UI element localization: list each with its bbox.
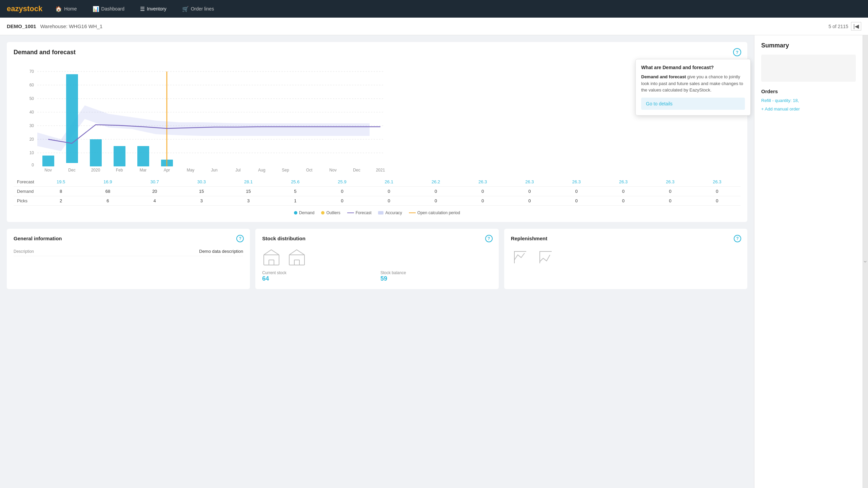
svg-text:0: 0: [32, 163, 34, 167]
nav-dashboard-label: Dashboard: [101, 6, 125, 12]
svg-rect-20: [137, 146, 149, 166]
demand-label: Demand: [14, 187, 38, 196]
forecast-row: Forecast 19.5 16.9 30.7 30.3 28.1 25.6 2…: [14, 177, 741, 187]
summary-content-placeholder: [761, 55, 856, 82]
svg-text:70: 70: [29, 69, 34, 74]
picks-sep: 0: [506, 196, 553, 206]
forecast-sep: 26.3: [506, 177, 553, 187]
replenishment-icon-2: [536, 248, 555, 268]
demand-may: 0: [319, 187, 366, 196]
demand-dec: 68: [84, 187, 131, 196]
first-page-button[interactable]: |◀: [851, 22, 861, 30]
svg-text:2020: 2020: [91, 168, 100, 172]
nav-inventory-label: Inventory: [147, 6, 166, 12]
forecast-nov2: 26.3: [600, 177, 647, 187]
stock-help-icon[interactable]: ?: [485, 235, 493, 242]
svg-rect-18: [90, 139, 102, 166]
svg-text:Jun: Jun: [211, 168, 217, 172]
svg-rect-19: [114, 146, 125, 166]
current-stock-value: 64: [262, 275, 374, 282]
picks-nov: 2: [38, 196, 84, 206]
warehouse-label: Warehouse: WHG16 WH_1: [40, 23, 103, 29]
outliers-legend-dot: [321, 211, 324, 215]
add-manual-link[interactable]: + Add manual order: [761, 106, 856, 111]
stock-icons-row: [262, 248, 492, 268]
picks-apr: 1: [272, 196, 319, 206]
chart-container: 70 60 50 40 30 20 10 0: [14, 61, 741, 173]
right-edge-handle[interactable]: ›: [863, 35, 868, 488]
demand-apr: 5: [272, 187, 319, 196]
main-layout: Demand and forecast ? What are Demand an…: [0, 35, 868, 488]
demand-mar: 15: [225, 187, 272, 196]
demand-forecast-chart: 70 60 50 40 30 20 10 0: [14, 61, 387, 173]
logo: eazystock: [7, 4, 42, 13]
navbar: eazystock 🏠 Home 📊 Dashboard ☰ Inventory…: [0, 0, 868, 18]
svg-text:Feb: Feb: [116, 168, 123, 172]
orders-title: Orders: [761, 88, 856, 94]
picks-nov2: 0: [600, 196, 647, 206]
legend-forecast: Forecast: [347, 210, 372, 215]
picks-mar: 3: [225, 196, 272, 206]
picks-oct: 0: [553, 196, 600, 206]
nav-inventory[interactable]: ☰ Inventory: [137, 4, 169, 14]
chart-help-icon[interactable]: ?: [733, 48, 741, 56]
replenishment-help-icon[interactable]: ?: [734, 235, 741, 242]
forecast-dec2: 26.3: [647, 177, 693, 187]
nav-orderlines[interactable]: 🛒 Order lines: [179, 4, 217, 14]
forecast-legend-line: [347, 212, 354, 213]
open-calc-legend-line: [409, 212, 416, 213]
picks-may: 0: [319, 196, 366, 206]
left-content: Demand and forecast ? What are Demand an…: [0, 35, 754, 488]
breadcrumb-left: DEMO_1001 Warehouse: WHG16 WH_1: [7, 23, 102, 29]
svg-text:Aug: Aug: [258, 168, 265, 172]
home-icon: 🏠: [55, 6, 62, 12]
refill-link[interactable]: Refill - quantity: 18,: [761, 98, 856, 103]
forecast-dec: 16.9: [84, 177, 131, 187]
stock-distribution-title: Stock distribution: [262, 236, 492, 241]
forecast-feb: 30.3: [178, 177, 225, 187]
tooltip-goto-link[interactable]: Go to details: [641, 98, 745, 110]
demand-jul: 0: [412, 187, 459, 196]
svg-text:50: 50: [29, 96, 34, 101]
refill-anchor[interactable]: Refill - quantity: 18,: [761, 98, 799, 103]
dashboard-icon: 📊: [93, 6, 99, 12]
legend-outliers: Outliers: [321, 210, 340, 215]
orderlines-icon: 🛒: [182, 6, 189, 12]
demand-legend-label: Demand: [299, 210, 314, 215]
svg-rect-17: [66, 74, 78, 163]
right-panel: Summary Orders Refill - quantity: 18, + …: [754, 35, 863, 488]
forecast-jun: 26.1: [366, 177, 412, 187]
picks-jul: 0: [412, 196, 459, 206]
forecast-oct: 26.3: [553, 177, 600, 187]
demand-jun: 0: [366, 187, 412, 196]
accuracy-legend-dot: [378, 211, 383, 215]
nav-home[interactable]: 🏠 Home: [53, 4, 79, 14]
picks-aug: 0: [459, 196, 506, 206]
legend-open-calc: Open calculation period: [409, 210, 460, 215]
item-id: DEMO_1001: [7, 23, 36, 29]
breadcrumb-right: 5 of 2115 |◀: [828, 22, 861, 30]
nav-dashboard[interactable]: 📊 Dashboard: [90, 4, 127, 14]
add-manual-text[interactable]: + Add manual order: [761, 106, 856, 111]
forecast-aug: 26.3: [459, 177, 506, 187]
inventory-icon: ☰: [140, 6, 145, 12]
svg-text:30: 30: [29, 123, 34, 128]
demand-row: Demand 8 68 20 15 15 5 0 0 0 0 0 0 0: [14, 187, 741, 196]
data-table: Forecast 19.5 16.9 30.7 30.3 28.1 25.6 2…: [14, 177, 741, 206]
forecast-mar: 28.1: [225, 177, 272, 187]
svg-text:Oct: Oct: [306, 168, 313, 172]
svg-text:Nov: Nov: [329, 168, 336, 172]
demand-2020: 20: [131, 187, 178, 196]
replenishment-icon-1: [511, 248, 530, 268]
forecast-legend-label: Forecast: [356, 210, 372, 215]
description-row: Description Demo data description: [14, 247, 243, 256]
summary-title: Summary: [761, 42, 856, 49]
nav-home-label: Home: [64, 6, 77, 12]
svg-text:Dec: Dec: [68, 168, 75, 172]
current-stock-col: Current stock 64: [262, 270, 374, 282]
demand-2021: 0: [694, 187, 741, 196]
replenishment-title: Replenishment: [511, 236, 741, 241]
picks-label: Picks: [14, 196, 38, 206]
demand-aug: 0: [459, 187, 506, 196]
chart-legend: Demand Outliers Forecast Accuracy Open c…: [14, 210, 741, 215]
